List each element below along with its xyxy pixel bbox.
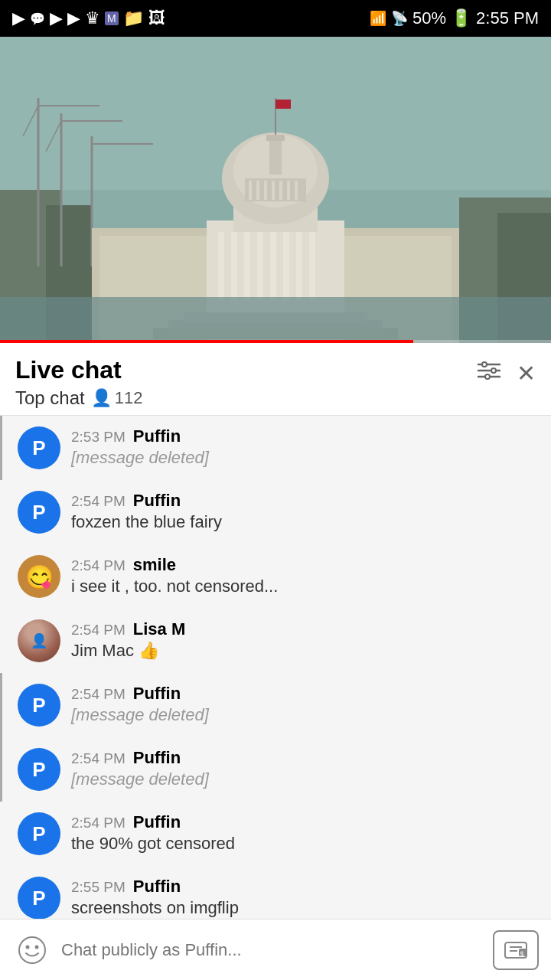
svg-rect-39 xyxy=(295,181,298,200)
message-meta: 2:54 PM Lisa M xyxy=(71,619,536,639)
svg-rect-36 xyxy=(272,181,275,200)
message-content: 2:54 PM Lisa M Jim Mac 👍 xyxy=(71,619,536,661)
message-meta: 2:54 PM Puffin xyxy=(71,491,536,511)
message-meta: 2:54 PM Puffin xyxy=(71,684,536,704)
avatar: P xyxy=(18,426,60,469)
svg-rect-40 xyxy=(269,136,282,175)
chat-message: P 2:54 PM Puffin foxzen the blue fairy xyxy=(0,480,551,544)
live-chat-title: Live chat xyxy=(15,355,142,384)
top-chat-label[interactable]: Top chat xyxy=(15,387,85,409)
avatar: P xyxy=(18,812,60,855)
message-time: 2:54 PM xyxy=(71,686,126,703)
message-meta: 2:53 PM Puffin xyxy=(71,426,536,446)
message-time: 2:54 PM xyxy=(71,557,126,574)
svg-rect-25 xyxy=(270,232,276,301)
svg-rect-43 xyxy=(276,100,291,109)
svg-point-55 xyxy=(35,945,39,949)
time-display: 2:55 PM xyxy=(476,8,539,28)
message-deleted-text: [message deleted] xyxy=(71,448,536,468)
app-icon-m: M xyxy=(105,11,119,25)
viewer-count-number: 112 xyxy=(115,388,143,408)
message-author: Puffin xyxy=(133,877,181,897)
message-meta: 2:54 PM Puffin xyxy=(71,748,536,768)
chat-header: Live chat Top chat 👤 112 xyxy=(0,343,551,416)
chat-message: P 2:53 PM Puffin [message deleted] xyxy=(0,416,551,480)
message-text: foxzen the blue fairy xyxy=(71,512,536,532)
svg-rect-23 xyxy=(244,232,250,301)
message-text: screenshots on imgflip xyxy=(71,898,536,918)
message-author: Puffin xyxy=(133,684,181,704)
chat-header-actions: ✕ xyxy=(477,355,536,387)
wifi-icon: 📶 xyxy=(370,10,386,27)
message-time: 2:55 PM xyxy=(71,879,126,896)
chat-input-field[interactable] xyxy=(61,940,484,960)
app-icon-files: 📁 xyxy=(123,8,144,28)
svg-rect-27 xyxy=(296,232,302,301)
svg-rect-21 xyxy=(218,232,224,301)
message-content: 2:54 PM Puffin foxzen the blue fairy xyxy=(71,491,536,532)
chat-message: 👤 2:54 PM Lisa M Jim Mac 👍 xyxy=(0,609,551,673)
chat-input-bar: $ xyxy=(0,919,551,980)
message-author: smile xyxy=(133,555,176,575)
video-player[interactable] xyxy=(0,37,551,343)
message-time: 2:54 PM xyxy=(71,815,126,831)
message-author: Puffin xyxy=(133,812,181,832)
message-text: i see it , too. not censored... xyxy=(71,577,536,596)
message-author: Puffin xyxy=(133,426,181,446)
video-thumbnail xyxy=(0,37,551,343)
message-text: the 90% got censored xyxy=(71,834,536,854)
svg-rect-34 xyxy=(256,181,259,200)
svg-rect-44 xyxy=(0,297,551,343)
message-author: Lisa M xyxy=(133,619,185,639)
signal-icon: 📡 xyxy=(391,10,408,27)
svg-rect-26 xyxy=(283,232,289,301)
status-bar-right: 📶 📡 50% 🔋 2:55 PM xyxy=(370,8,539,28)
svg-point-54 xyxy=(26,945,30,949)
message-meta: 2:54 PM Puffin xyxy=(71,812,536,832)
svg-rect-35 xyxy=(264,181,267,200)
live-chat-container: Live chat Top chat 👤 112 xyxy=(0,343,551,930)
battery-text: 50% xyxy=(412,8,446,28)
chat-messages-list: P 2:53 PM Puffin [message deleted] P 2:5… xyxy=(0,416,551,930)
avatar: P xyxy=(18,877,60,920)
message-content: 2:54 PM Puffin [message deleted] xyxy=(71,748,536,789)
chat-message: 😋 2:54 PM smile i see it , too. not cens… xyxy=(0,544,551,609)
svg-rect-22 xyxy=(231,232,237,301)
app-icon-yt1: ▶ xyxy=(50,8,63,28)
message-meta: 2:54 PM smile xyxy=(71,555,536,575)
avatar: P xyxy=(18,748,60,791)
top-chat-row: Top chat 👤 112 xyxy=(15,387,142,409)
message-time: 2:54 PM xyxy=(71,622,126,639)
svg-point-50 xyxy=(482,362,487,367)
status-bar-left: ▶ 💬 ▶ ▶ ♛ M 📁 🖼 xyxy=(12,8,165,28)
avatar: P xyxy=(18,684,60,727)
emoji-button[interactable] xyxy=(12,930,52,970)
svg-rect-24 xyxy=(257,232,263,301)
message-content: 2:53 PM Puffin [message deleted] xyxy=(71,426,536,468)
message-time: 2:54 PM xyxy=(71,750,126,767)
person-icon: 👤 xyxy=(91,388,112,408)
battery-icon: 🔋 xyxy=(451,8,471,28)
avatar: P xyxy=(18,491,60,534)
message-content: 2:54 PM Puffin [message deleted] xyxy=(71,684,536,725)
send-message-button[interactable]: $ xyxy=(493,930,539,970)
chat-message: P 2:54 PM Puffin [message deleted] xyxy=(0,737,551,802)
message-deleted-text: [message deleted] xyxy=(71,705,536,725)
message-content: 2:55 PM Puffin screenshots on imgflip xyxy=(71,877,536,918)
chat-message: P 2:54 PM Puffin the 90% got censored xyxy=(0,802,551,866)
svg-rect-28 xyxy=(309,232,315,301)
svg-point-52 xyxy=(485,374,490,379)
svg-rect-46 xyxy=(0,340,413,343)
close-icon[interactable]: ✕ xyxy=(517,360,536,387)
chat-header-left: Live chat Top chat 👤 112 xyxy=(15,355,142,409)
svg-rect-41 xyxy=(266,135,285,141)
svg-rect-37 xyxy=(279,181,282,200)
message-content: 2:54 PM smile i see it , too. not censor… xyxy=(71,555,536,596)
svg-rect-33 xyxy=(249,181,252,200)
filter-icon[interactable] xyxy=(477,360,501,387)
svg-point-53 xyxy=(19,937,45,963)
app-icon-yt2: ▶ xyxy=(67,8,80,28)
message-text: Jim Mac 👍 xyxy=(71,641,536,661)
app-icon-tv: ▶ xyxy=(12,8,25,28)
avatar: 😋 xyxy=(18,555,60,598)
